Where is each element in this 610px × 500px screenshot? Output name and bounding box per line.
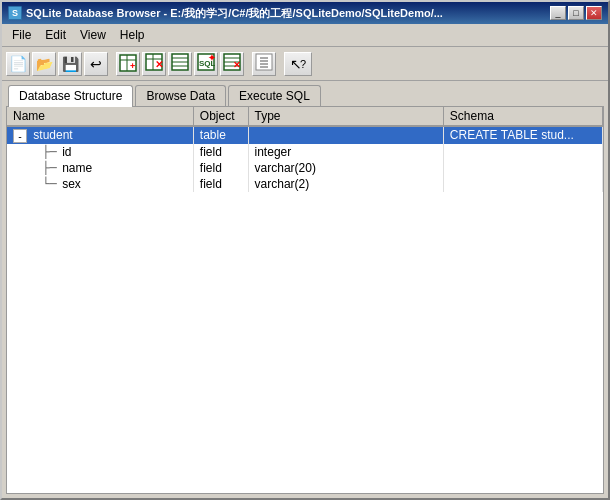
svg-text:+: + xyxy=(130,61,135,71)
toolbar: 📄 📂 💾 ↩ + xyxy=(2,47,608,81)
main-window: S SQLite Database Browser - E:/我的学习/C#/我… xyxy=(0,0,610,500)
new-table-icon: + xyxy=(119,54,137,74)
row-schema-cell xyxy=(443,176,602,192)
row-schema-cell xyxy=(443,144,602,160)
row-type-cell: varchar(2) xyxy=(248,176,443,192)
col-name[interactable]: Name xyxy=(7,107,193,126)
open-button[interactable]: 📂 xyxy=(32,52,56,76)
delete-table-button[interactable]: ✕ xyxy=(142,52,166,76)
svg-text:✦: ✦ xyxy=(208,53,215,63)
row-object-cell: table xyxy=(193,126,248,144)
title-bar: S SQLite Database Browser - E:/我的学习/C#/我… xyxy=(2,2,608,24)
sql-icon: SQL ✦ xyxy=(197,53,215,74)
student-name: student xyxy=(33,128,72,142)
svg-rect-20 xyxy=(256,54,272,70)
import-icon xyxy=(255,53,273,74)
row-schema-cell: CREATE TABLE stud... xyxy=(443,126,602,144)
row-type-cell: varchar(20) xyxy=(248,160,443,176)
table-row[interactable]: ├─ id field integer xyxy=(7,144,603,160)
col-object[interactable]: Object xyxy=(193,107,248,126)
title-bar-left: S SQLite Database Browser - E:/我的学习/C#/我… xyxy=(8,6,443,21)
save-button[interactable]: 💾 xyxy=(58,52,82,76)
new-icon: 📄 xyxy=(9,55,28,73)
delete-table-icon: ✕ xyxy=(145,53,163,74)
close-button[interactable]: ✕ xyxy=(586,6,602,20)
browse-table-button[interactable] xyxy=(168,52,192,76)
col-schema[interactable]: Schema xyxy=(443,107,602,126)
browse-table-icon xyxy=(171,53,189,74)
row-type-cell xyxy=(248,126,443,144)
window-title: SQLite Database Browser - E:/我的学习/C#/我的工… xyxy=(26,6,443,21)
row-name-cell: - student xyxy=(7,126,193,144)
undo-button[interactable]: ↩ xyxy=(84,52,108,76)
new-button[interactable]: 📄 xyxy=(6,52,30,76)
undo-icon: ↩ xyxy=(90,56,102,72)
import-button[interactable] xyxy=(252,52,276,76)
row-schema-cell xyxy=(443,160,602,176)
tree-branch-icon: ├─ xyxy=(42,161,56,175)
delete-record-icon: ✕ xyxy=(223,53,241,74)
new-table-button[interactable]: + xyxy=(116,52,140,76)
app-icon: S xyxy=(8,6,22,20)
maximize-button[interactable]: □ xyxy=(568,6,584,20)
id-name: id xyxy=(62,145,71,159)
cursor-button[interactable]: ↖ ? xyxy=(284,52,312,76)
window-controls: _ □ ✕ xyxy=(550,6,602,20)
row-name-cell: ├─ id xyxy=(7,144,193,160)
question-icon: ? xyxy=(300,58,306,70)
open-icon: 📂 xyxy=(36,56,53,72)
table-row[interactable]: - student table CREATE TABLE stud... xyxy=(7,126,603,144)
tree-last-branch-icon: └─ xyxy=(42,177,56,191)
tree-branch-icon: ├─ xyxy=(42,145,56,159)
tab-database-structure[interactable]: Database Structure xyxy=(8,85,133,107)
tree-expand-icon[interactable]: - xyxy=(13,128,28,143)
table-row[interactable]: └─ sex field varchar(2) xyxy=(7,176,603,192)
sex-name: sex xyxy=(62,177,81,191)
row-name-cell: └─ sex xyxy=(7,176,193,192)
row-type-cell: integer xyxy=(248,144,443,160)
tab-bar: Database Structure Browse Data Execute S… xyxy=(2,81,608,106)
row-object-cell: field xyxy=(193,144,248,160)
database-table: Name Object Type Schema - student table xyxy=(7,107,603,192)
delete-record-button[interactable]: ✕ xyxy=(220,52,244,76)
menu-help[interactable]: Help xyxy=(114,26,151,44)
save-icon: 💾 xyxy=(62,56,79,72)
minimize-button[interactable]: _ xyxy=(550,6,566,20)
row-name-cell: ├─ name xyxy=(7,160,193,176)
row-object-cell: field xyxy=(193,176,248,192)
tab-execute-sql[interactable]: Execute SQL xyxy=(228,85,321,106)
menu-edit[interactable]: Edit xyxy=(39,26,72,44)
svg-text:✕: ✕ xyxy=(233,60,241,70)
name-name: name xyxy=(62,161,92,175)
row-object-cell: field xyxy=(193,160,248,176)
menu-view[interactable]: View xyxy=(74,26,112,44)
sql-button[interactable]: SQL ✦ xyxy=(194,52,218,76)
content-area: Name Object Type Schema - student table xyxy=(6,106,604,494)
tab-browse-data[interactable]: Browse Data xyxy=(135,85,226,106)
menu-bar: File Edit View Help xyxy=(2,24,608,47)
menu-file[interactable]: File xyxy=(6,26,37,44)
table-row[interactable]: ├─ name field varchar(20) xyxy=(7,160,603,176)
col-type[interactable]: Type xyxy=(248,107,443,126)
svg-text:✕: ✕ xyxy=(155,59,163,70)
